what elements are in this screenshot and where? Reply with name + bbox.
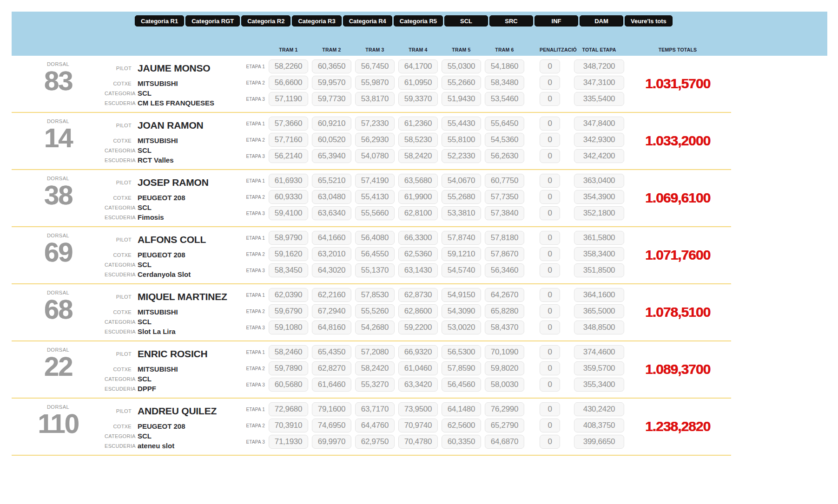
tram-time-cell: 54,0780	[355, 149, 395, 163]
filter-button[interactable]: Categoria R3	[292, 15, 341, 26]
tram-time-cell: 58,4370	[485, 321, 524, 334]
cotxe-label: COTXE	[105, 309, 132, 315]
etapa-line: ETAPA 356,214065,394054,078058,242052,23…	[244, 149, 624, 163]
penalty-cell: 0	[540, 133, 560, 147]
tram-time-cell: 74,6950	[312, 419, 351, 432]
header-band: Categoria R1Categoria RGTCategoria R2Cat…	[12, 12, 827, 56]
tram-time-cell: 53,3810	[442, 206, 481, 220]
tram-time-cell: 59,7730	[312, 92, 351, 106]
tram-header: TRAM 2	[312, 47, 351, 52]
tram-time-cell: 57,3840	[485, 206, 524, 220]
filter-button[interactable]: Veure'ls tots	[625, 15, 673, 26]
penalty-cell: 0	[540, 263, 560, 277]
tram-time-cell: 79,1600	[312, 402, 351, 416]
etapa-line: ETAPA 259,162063,201056,455062,536059,12…	[244, 247, 624, 261]
stage-total-cell: 408,3750	[574, 419, 624, 432]
categoria-value: SCL	[138, 88, 152, 98]
driver-row: DORSAL 68 PILOT MIQUEL MARTINEZ COTXE MI…	[12, 284, 731, 341]
escuderia-line: ESCUDERIA DPPF	[105, 384, 244, 393]
tram-time-cell: 57,2330	[355, 117, 395, 131]
categoria-line: CATEGORIA SCL	[105, 145, 244, 155]
penalty-cell: 0	[540, 304, 560, 318]
tram-time-cell: 57,8180	[485, 231, 524, 245]
filter-button[interactable]: Categoria R5	[394, 15, 443, 26]
etapa-line: ETAPA 260,933063,048055,413061,990055,26…	[244, 190, 624, 204]
etapa-line: ETAPA 158,226060,365056,745064,170055,03…	[244, 59, 624, 73]
etapa-label: ETAPA 1	[244, 64, 265, 69]
categoria-value: SCL	[138, 145, 152, 155]
tram-time-cell: 55,0300	[442, 59, 481, 73]
penalty-cell: 0	[540, 402, 560, 416]
dorsal-block: DORSAL 38	[12, 173, 105, 222]
grand-total-header: TEMPS TOTALS	[624, 47, 731, 52]
results-page: Categoria R1Categoria RGTCategoria R2Cat…	[12, 12, 827, 504]
stage-total-cell: 399,6650	[574, 435, 624, 449]
tram-time-cell: 55,9870	[355, 76, 395, 90]
tram-time-cell: 70,1090	[485, 345, 524, 359]
tram-time-cell: 64,6870	[485, 435, 524, 449]
cotxe-line: COTXE PEUGEOT 208	[105, 193, 244, 203]
stage-total-cell: 348,8500	[574, 321, 624, 334]
dorsal-number: 110	[12, 410, 105, 438]
totals-block: 1.238,2820	[624, 402, 731, 451]
filter-button[interactable]: Categoria R1	[135, 15, 184, 26]
categoria-line: CATEGORIA SCL	[105, 317, 244, 327]
tram-time-cell: 55,4430	[442, 117, 481, 131]
escuderia-value: RCT Valles	[138, 155, 174, 165]
etapa-line: ETAPA 360,568061,646055,327063,342056,45…	[244, 378, 624, 392]
stage-total-cell: 342,9300	[574, 133, 624, 147]
escuderia-value: Cerdanyola Slot	[138, 269, 191, 279]
filter-button[interactable]: Categoria R2	[241, 15, 290, 26]
categoria-label: CATEGORIA	[105, 319, 132, 325]
temps-totals-value: 1.078,5100	[645, 304, 710, 320]
categoria-value: SCL	[138, 317, 152, 327]
etapa-line: ETAPA 256,660059,957055,987061,095055,26…	[244, 76, 624, 90]
cotxe-label: COTXE	[105, 424, 132, 429]
tram-time-cell: 58,3450	[269, 263, 308, 277]
tram-time-cell: 55,1370	[355, 263, 395, 277]
cotxe-value: PEUGEOT 208	[138, 250, 185, 260]
pilot-label: PILOT	[105, 408, 132, 414]
categoria-line: CATEGORIA SCL	[105, 203, 244, 212]
tram-time-cell: 63,0480	[312, 190, 351, 204]
tram-time-cell: 70,9740	[398, 419, 438, 432]
pilot-label: PILOT	[105, 123, 132, 128]
tram-time-cell: 55,8100	[442, 133, 481, 147]
etapa-line: ETAPA 157,366060,921057,233061,236055,44…	[244, 117, 624, 131]
tram-time-cell: 59,4100	[269, 206, 308, 220]
tram-time-cell: 51,9430	[442, 92, 481, 106]
tram-time-cell: 53,5460	[485, 92, 524, 106]
etapa-label: ETAPA 3	[244, 325, 265, 330]
results-list: DORSAL 83 PILOT JAUME MONSO COTXE MITSUB…	[12, 56, 827, 456]
etapa-label: ETAPA 1	[244, 350, 265, 355]
pilot-line: PILOT ANDREU QUILEZ	[105, 406, 244, 417]
driver-info-block: PILOT JOAN RAMON COTXE MITSUBISHI CATEGO…	[105, 116, 244, 165]
tram-time-cell: 54,5740	[442, 263, 481, 277]
etapa-line: ETAPA 359,108064,816054,268059,220053,00…	[244, 321, 624, 334]
etapa-line: ETAPA 359,410063,634055,566062,810053,38…	[244, 206, 624, 220]
stage-total-cell: 347,8400	[574, 117, 624, 131]
driver-info-block: PILOT ENRIC ROSICH COTXE MITSUBISHI CATE…	[105, 345, 244, 393]
filter-button[interactable]: INF	[534, 15, 578, 26]
filter-button[interactable]: SRC	[489, 15, 533, 26]
tram-time-cell: 60,7750	[485, 174, 524, 188]
filter-button[interactable]: SCL	[444, 15, 488, 26]
pilot-label: PILOT	[105, 294, 132, 300]
tram-time-cell: 57,1190	[269, 92, 308, 106]
filter-button[interactable]: Categoria RGT	[185, 15, 240, 26]
tram-time-cell: 63,3420	[398, 378, 438, 392]
tram-time-cell: 60,3350	[442, 435, 481, 449]
dorsal-number: 69	[12, 238, 105, 267]
escuderia-line: ESCUDERIA Cerdanyola Slot	[105, 269, 244, 279]
pilot-line: PILOT JOSEP RAMON	[105, 177, 244, 188]
tram-time-cell: 54,9150	[442, 288, 481, 302]
filter-button[interactable]: DAM	[580, 15, 623, 26]
tram-time-cell: 58,2420	[398, 149, 438, 163]
filter-button[interactable]: Categoria R4	[343, 15, 392, 26]
stage-total-cell: 358,3400	[574, 247, 624, 261]
tram-time-cell: 60,9330	[269, 190, 308, 204]
penalty-cell: 0	[540, 361, 560, 375]
penalty-cell: 0	[540, 190, 560, 204]
stage-total-cell: 363,0400	[574, 174, 624, 188]
pilot-name: JOAN RAMON	[138, 120, 204, 131]
